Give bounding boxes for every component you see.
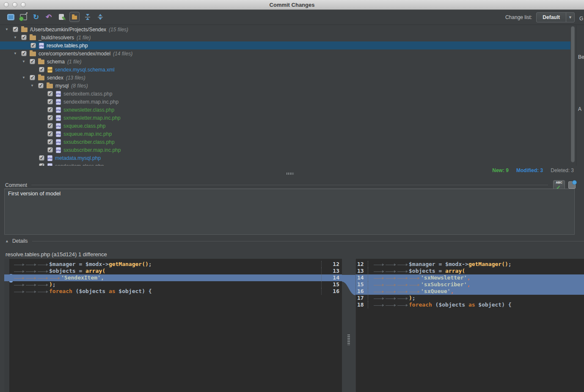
code-text: foreach ($objects as $object) { (4, 288, 321, 295)
checkbox[interactable] (30, 43, 36, 48)
diff-line[interactable]: 15'sxSubscriber', (355, 281, 584, 288)
checkbox[interactable] (47, 139, 53, 145)
code-text: ); (368, 295, 584, 302)
item-file-count: (13 files) (66, 75, 85, 81)
checkbox[interactable] (21, 35, 27, 40)
diff-line[interactable]: 16'sxQueue', (355, 288, 584, 295)
collapse-all-icon[interactable] (96, 12, 105, 22)
tree-comment-splitter[interactable] (286, 173, 294, 175)
rollback-icon[interactable]: ↶ (44, 12, 53, 22)
checkbox[interactable] (39, 163, 44, 166)
checkbox[interactable] (47, 107, 53, 112)
tree-row-file[interactable]: phpsendexitem.class.php (0, 90, 570, 98)
minimize-button[interactable] (12, 2, 17, 7)
close-button[interactable] (4, 2, 9, 7)
line-number: 18 (355, 302, 368, 308)
tree-row-file[interactable]: phpmetadata.mysql.php (0, 154, 570, 162)
tab-whitespace-icon (14, 282, 25, 288)
expand-arrow-icon[interactable]: ▼ (22, 76, 30, 79)
tree-row-file[interactable]: phpresolve.tables.php (0, 41, 570, 49)
tree-row-folder[interactable]: ▼mysql(8 files) (0, 82, 570, 90)
tree-row-file[interactable]: xmlsendex.mysql.schema.xml (0, 66, 570, 74)
expand-arrow-icon[interactable]: ▼ (5, 27, 13, 31)
tree-row-file[interactable]: phpsxqueue.map.inc.php (0, 130, 570, 138)
expand-arrow-icon[interactable]: ▼ (14, 52, 21, 55)
tree-row-folder[interactable]: ▼sendex(13 files) (0, 74, 570, 82)
tab-whitespace-icon (14, 289, 25, 294)
tree-row-folder[interactable]: ▼_build/resolvers(1 file) (0, 33, 570, 41)
commit-history-icon[interactable] (568, 181, 576, 189)
tab-whitespace-icon (385, 289, 397, 294)
tree-row-file[interactable]: phpsxnewsletter.map.inc.php (0, 114, 570, 122)
diff-line[interactable]: );15 (4, 281, 342, 288)
move-to-another-changelist-icon[interactable] (19, 12, 28, 22)
checkbox[interactable] (47, 99, 53, 104)
show-diff-icon[interactable] (6, 12, 15, 22)
commit-message-input[interactable]: First version of model (4, 189, 575, 235)
tab-whitespace-icon (25, 276, 37, 281)
checkbox[interactable] (47, 123, 53, 129)
diff-line[interactable]: 13$objects = array( (355, 268, 584, 274)
checkbox[interactable] (47, 115, 53, 121)
tab-whitespace-icon (409, 282, 421, 288)
folder-icon (38, 76, 44, 80)
jump-to-source-icon[interactable] (57, 12, 66, 22)
line-number: 16 (355, 288, 368, 295)
checkbox[interactable] (47, 91, 53, 96)
tab-whitespace-icon (14, 276, 25, 281)
checkbox[interactable] (39, 67, 44, 72)
deleted-count: Deleted: 3 (551, 167, 574, 173)
diff-line[interactable]: 'SendexItem',14 (4, 274, 342, 281)
toolbar-icons: ↻↶ (0, 12, 105, 22)
tab-whitespace-icon (37, 269, 49, 274)
checkbox[interactable] (30, 59, 35, 64)
line-number: 15 (321, 281, 342, 288)
tree-row-file[interactable]: phpsxqueue.class.php (0, 122, 570, 130)
checkbox[interactable] (38, 83, 44, 88)
diff-line[interactable]: 14'sxNewsletter', (355, 274, 584, 281)
expand-arrow-icon[interactable]: ▼ (14, 36, 21, 39)
diff-line[interactable]: foreach ($objects as $object) {16 (4, 288, 342, 295)
tree-row-file[interactable]: phpsendexitem.map.inc.php (0, 98, 570, 106)
tree-row-folder[interactable]: ▼core/components/sendex/model(14 files) (0, 49, 570, 58)
tree-row-folder[interactable]: ▼/Users/bezumkin/Projects/Sendex(15 file… (0, 25, 570, 33)
details-label: Details (12, 238, 28, 244)
change-counts: New: 9 Modified: 3 Deleted: 3 (492, 167, 574, 173)
diff-line[interactable]: 12$manager = $modx->getManager(); (355, 261, 584, 268)
collapse-details-icon[interactable]: ▲ (5, 239, 9, 243)
checkbox[interactable] (21, 51, 27, 56)
diff-line[interactable]: 17); (355, 295, 584, 302)
diff-splitter-grip[interactable] (347, 334, 350, 345)
item-name: _build/resolvers (39, 35, 74, 41)
diff-line[interactable]: $manager = $modx->getManager();12 (4, 261, 342, 268)
refresh-icon[interactable]: ↻ (31, 12, 41, 22)
item-name: sendexitem.class.php (55, 163, 104, 166)
expand-all-icon[interactable] (83, 12, 92, 22)
checkbox[interactable] (47, 147, 53, 153)
expand-arrow-icon[interactable]: ▼ (30, 84, 38, 88)
checkbox[interactable] (13, 27, 18, 32)
tree-row-file[interactable]: phpsendexitem.class.php (0, 162, 570, 166)
checkbox[interactable] (30, 75, 35, 80)
folder-icon (30, 52, 36, 56)
expand-arrow-icon[interactable]: ▼ (22, 60, 30, 63)
diff-line[interactable]: 18foreach ($objects as $object) { (355, 302, 584, 308)
checkbox[interactable] (39, 155, 44, 161)
tab-whitespace-icon (37, 276, 49, 281)
change-list-combo[interactable]: Default ▼ (536, 12, 575, 22)
php-file-icon: php (56, 147, 61, 153)
tree-row-folder[interactable]: ▼schema(1 file) (0, 58, 570, 66)
line-number: 14 (321, 274, 342, 281)
folder-icon (30, 36, 36, 40)
tree-scrollbar-thumb[interactable] (571, 26, 575, 162)
toolbar: ↻↶ (0, 9, 584, 25)
tree-row-file[interactable]: phpsxsubscriber.map.inc.php (0, 146, 570, 154)
zoom-button[interactable] (21, 2, 26, 7)
php-file-icon: php (39, 43, 44, 49)
group-by-directory-icon[interactable] (69, 12, 80, 22)
chevron-down-icon[interactable]: ▼ (566, 13, 574, 22)
tree-row-file[interactable]: phpsxnewsletter.class.php (0, 106, 570, 114)
checkbox[interactable] (47, 131, 53, 137)
diff-line[interactable]: $objects = array(13 (4, 268, 342, 274)
tree-row-file[interactable]: phpsxsubscriber.class.php (0, 138, 570, 146)
